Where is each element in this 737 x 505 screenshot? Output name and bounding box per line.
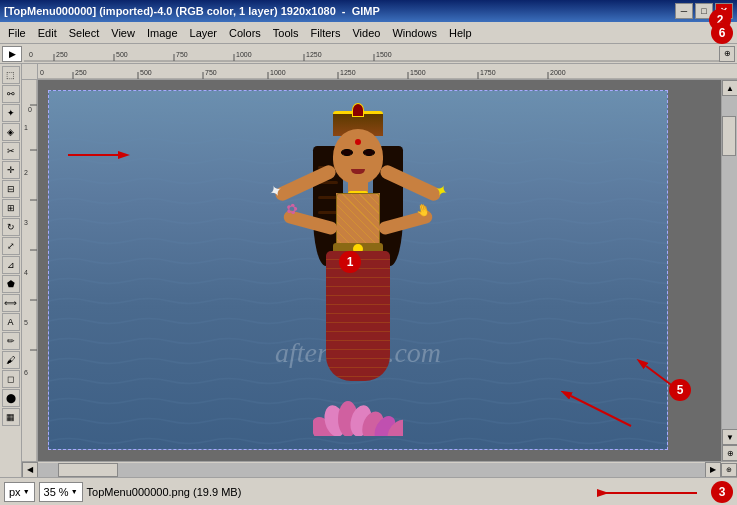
tool-perspective[interactable]: ⬟ [2, 275, 20, 293]
svg-text:250: 250 [56, 51, 68, 58]
scroll-up-button[interactable]: ▲ [722, 80, 737, 96]
menu-help[interactable]: Help [443, 25, 478, 41]
svg-text:3: 3 [24, 219, 28, 226]
svg-text:1500: 1500 [410, 69, 426, 76]
tool-shear[interactable]: ⊿ [2, 256, 20, 274]
tool-scale[interactable]: ⤢ [2, 237, 20, 255]
lotus-base [313, 401, 403, 436]
svg-text:1000: 1000 [270, 69, 286, 76]
menu-image[interactable]: Image [141, 25, 184, 41]
scroll-track-vertical[interactable] [722, 96, 737, 429]
tool-color-select[interactable]: ◈ [2, 123, 20, 141]
svg-text:0: 0 [28, 106, 32, 113]
annotation-1: 1 [339, 251, 361, 273]
menu-bar: File Edit Select View Image Layer Colors… [0, 22, 737, 44]
svg-text:0: 0 [29, 51, 33, 58]
skirt [326, 251, 390, 381]
tool-text[interactable]: A [2, 313, 20, 331]
svg-text:500: 500 [140, 69, 152, 76]
tool-scissors[interactable]: ✂ [2, 142, 20, 160]
menu-layer[interactable]: Layer [184, 25, 224, 41]
svg-text:6: 6 [24, 369, 28, 376]
scroll-corner-nw[interactable]: ⊕ [721, 463, 737, 477]
arrow-status-svg [587, 486, 707, 500]
horizontal-scroll-thumb[interactable] [58, 463, 118, 477]
bottom-scroll-right[interactable]: ▶ [705, 462, 721, 478]
svg-text:2000: 2000 [550, 69, 566, 76]
svg-text:1250: 1250 [340, 69, 356, 76]
toolbar-toggle[interactable]: ▶ [2, 46, 22, 62]
resize-corner-button[interactable]: ⊕ [722, 445, 737, 461]
status-bar: px 35 % TopMenu000000.png (19.9 MB) 3 [0, 477, 737, 505]
canvas-scroll-area[interactable]: afterdawn.com [38, 80, 721, 461]
svg-text:1250: 1250 [306, 51, 322, 58]
main-layout: 4 ⬚ ⚯ ✦ ◈ ✂ ✛ ⊟ ⊞ ↻ ⤢ ⊿ ⬟ ⟺ A ✏ 🖌 ◻ ⬤ ▦ … [0, 64, 737, 477]
menu-filters[interactable]: Filters [305, 25, 347, 41]
ruler-svg: 0 250 500 750 1000 1250 1500 [24, 46, 719, 62]
right-scrollbar: ▲ ▼ ⊕ [721, 80, 737, 461]
menu-video[interactable]: Video [346, 25, 386, 41]
bottom-scroll-left[interactable]: ◀ [22, 462, 38, 478]
svg-text:4: 4 [24, 269, 28, 276]
tool-brush[interactable]: 🖌 [2, 351, 20, 369]
annotation-3: 3 [711, 481, 733, 503]
tool-fuzzy-select[interactable]: ✦ [2, 104, 20, 122]
scroll-down-button[interactable]: ▼ [722, 429, 737, 445]
canvas-content-row: 0 1 2 3 4 5 6 [22, 80, 737, 461]
lotus-svg [313, 401, 403, 436]
horizontal-scroll-track[interactable] [38, 463, 705, 477]
scroll-thumb-vertical[interactable] [722, 116, 736, 156]
body-upper [336, 193, 380, 248]
filename-info: TopMenu000000.png (19.9 MB) [87, 486, 242, 498]
ruler-v-svg: 0 1 2 3 4 5 6 [22, 80, 38, 461]
horizontal-ruler: 0 250 500 750 1000 1250 1500 [24, 46, 719, 62]
zoom-dropdown[interactable]: 35 % [39, 482, 83, 502]
tool-move[interactable]: ✛ [2, 161, 20, 179]
crown-jewel [352, 103, 364, 117]
annotation-5: 5 [669, 379, 691, 401]
head [333, 129, 383, 184]
annotation-6: 6 [711, 22, 733, 44]
svg-text:0: 0 [40, 69, 44, 76]
tool-rotate[interactable]: ↻ [2, 218, 20, 236]
tool-crop[interactable]: ⊞ [2, 199, 20, 217]
goddess-figure: ✦ ✦ ✿ [258, 111, 458, 441]
tool-pencil[interactable]: ✏ [2, 332, 20, 350]
menu-view[interactable]: View [105, 25, 141, 41]
tool-free-select[interactable]: ⚯ [2, 85, 20, 103]
menu-file[interactable]: File [2, 25, 32, 41]
title-text: [TopMenu000000] (imported)-4.0 (RGB colo… [4, 5, 380, 17]
menu-tools[interactable]: Tools [267, 25, 305, 41]
ruler-vertical: 0 1 2 3 4 5 6 [22, 80, 38, 461]
ruler-corner [22, 64, 38, 80]
unit-dropdown[interactable]: px [4, 482, 35, 502]
zoom-label: 35 % [44, 486, 69, 498]
menu-colors[interactable]: Colors [223, 25, 267, 41]
tool-flip[interactable]: ⟺ [2, 294, 20, 312]
app-name-label: GIMP [352, 5, 380, 17]
tool-rect-select[interactable]: ⬚ [2, 66, 20, 84]
tool-align[interactable]: ⊟ [2, 180, 20, 198]
svg-text:250: 250 [75, 69, 87, 76]
title-bar: [TopMenu000000] (imported)-4.0 (RGB colo… [0, 0, 737, 22]
svg-text:750: 750 [176, 51, 188, 58]
svg-text:1: 1 [24, 124, 28, 131]
menu-select[interactable]: Select [63, 25, 106, 41]
tool-gradient[interactable]: ▦ [2, 408, 20, 426]
svg-text:1500: 1500 [376, 51, 392, 58]
ruler-horizontal: 0 250 500 750 1000 1250 1500 1750 [38, 64, 737, 80]
unit-label: px [9, 486, 21, 498]
zoom-icon[interactable]: ⊕ [719, 46, 735, 62]
svg-text:500: 500 [116, 51, 128, 58]
menu-edit[interactable]: Edit [32, 25, 63, 41]
toolbar-area: ▶ 0 250 500 750 1000 1250 1500 ⊕ [0, 44, 737, 64]
menu-windows[interactable]: Windows [386, 25, 443, 41]
tool-fill[interactable]: ⬤ [2, 389, 20, 407]
canvas-image: afterdawn.com [48, 90, 668, 450]
svg-text:750: 750 [205, 69, 217, 76]
minimize-button[interactable]: ─ [675, 3, 693, 19]
ruler-h-svg: 0 250 500 750 1000 1250 1500 1750 [38, 64, 737, 80]
bottom-scroll-row: ◀ ▶ ⊕ [22, 461, 737, 477]
svg-text:1750: 1750 [480, 69, 496, 76]
tool-eraser[interactable]: ◻ [2, 370, 20, 388]
